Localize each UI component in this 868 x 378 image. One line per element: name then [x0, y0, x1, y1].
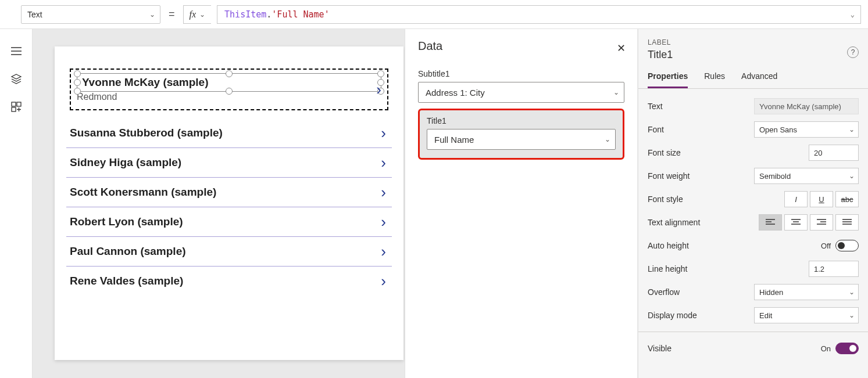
prop-overflow-select[interactable]: Hidden⌄ [754, 284, 859, 300]
tab-properties[interactable]: Properties [648, 71, 688, 88]
chevron-down-icon: ⌄ [199, 10, 205, 19]
tab-advanced[interactable]: Advanced [741, 71, 777, 88]
prop-displaymode-label: Display mode [648, 311, 697, 320]
close-icon[interactable]: ✕ [617, 42, 626, 55]
prop-fontsize-label: Font size [648, 148, 681, 157]
chevron-right-icon[interactable]: › [381, 272, 386, 290]
selected-title-control[interactable]: Yvonne McKay (sample) [77, 73, 381, 92]
autoheight-state: Off [821, 242, 831, 250]
chevron-down-icon: ⌄ [149, 10, 155, 19]
prop-text-value[interactable]: Yvonne McKay (sample) [754, 98, 859, 114]
gallery-item[interactable]: Susanna Stubberod (sample) › [66, 118, 392, 148]
chevron-right-icon[interactable]: › [381, 183, 386, 201]
chevron-right-icon[interactable]: › [381, 213, 386, 231]
data-panel: Data ✕ Subtitle1 Address 1: City ⌄ Title… [405, 29, 637, 378]
prop-autoheight-label: Auto height [648, 241, 689, 250]
field-select-title[interactable]: Full Name ⌄ [427, 129, 616, 150]
handle[interactable] [377, 70, 384, 77]
tab-rules[interactable]: Rules [704, 71, 725, 88]
control-kind: LABEL [648, 38, 859, 46]
field-value: Full Name [434, 135, 474, 145]
chevron-right-icon[interactable]: › [376, 81, 381, 99]
prop-visible-label: Visible [648, 344, 671, 353]
svg-rect-1 [17, 102, 21, 106]
item-title: Rene Valdes (sample) [70, 275, 388, 287]
property-pane: LABEL Title1 ? Properties Rules Advanced… [638, 29, 868, 378]
align-center-button[interactable] [784, 214, 808, 231]
hamburger-icon[interactable] [10, 45, 22, 57]
visible-state: On [821, 344, 831, 353]
prop-fontweight-select[interactable]: Semibold⌄ [754, 168, 859, 184]
chevron-right-icon[interactable]: › [381, 243, 386, 261]
gallery-item[interactable]: Robert Lyon (sample) › [66, 207, 392, 237]
item-title: Sidney Higa (sample) [70, 156, 388, 169]
property-selector-value: Text [27, 10, 42, 19]
control-name: Title1 [648, 49, 859, 61]
fx-button[interactable]: fx ⌄ [183, 5, 212, 24]
gallery-item-selected[interactable]: Yvonne McKay (sample) Redmond › [66, 60, 392, 118]
equals-sign: = [166, 8, 177, 20]
prop-text-label: Text [648, 102, 663, 111]
help-icon[interactable]: ? [847, 46, 859, 58]
insert-icon[interactable] [10, 101, 22, 113]
prop-fontsize-input[interactable]: 20 [809, 145, 859, 161]
chevron-down-icon: ⌄ [849, 311, 855, 319]
layers-icon[interactable] [10, 73, 22, 85]
formula-token-object: ThisItem [224, 9, 266, 20]
divider [638, 332, 868, 332]
chevron-down-icon: ⌄ [605, 135, 610, 143]
formula-token-property: 'Full Name' [272, 9, 329, 20]
prop-overflow-label: Overflow [648, 287, 680, 297]
handle[interactable] [226, 88, 233, 95]
field-select-subtitle[interactable]: Address 1: City ⌄ [418, 82, 624, 103]
svg-rect-0 [12, 102, 16, 106]
canvas[interactable]: Yvonne McKay (sample) Redmond › Susanna … [33, 29, 638, 378]
handle[interactable] [74, 70, 81, 77]
chevron-down-icon: ⌄ [849, 172, 855, 180]
prop-fontweight-label: Font weight [648, 171, 690, 181]
strikethrough-button[interactable]: abc [835, 191, 859, 207]
align-left-button[interactable] [759, 214, 782, 231]
prop-font-select[interactable]: Open Sans⌄ [754, 121, 859, 138]
field-title-highlight: Title1 Full Name ⌄ [418, 109, 624, 160]
handle[interactable] [226, 70, 233, 77]
align-justify-button[interactable] [835, 214, 859, 231]
underline-button[interactable]: U [810, 191, 833, 207]
svg-rect-2 [12, 107, 16, 111]
gallery-item[interactable]: Sidney Higa (sample) › [66, 148, 392, 178]
field-subtitle: Subtitle1 Address 1: City ⌄ [418, 69, 624, 103]
chevron-right-icon[interactable]: › [381, 124, 386, 142]
property-tabs: Properties Rules Advanced [638, 61, 868, 89]
prop-lineheight-label: Line height [648, 264, 688, 273]
property-selector[interactable]: Text ⌄ [21, 5, 160, 24]
item-title: Scott Konersmann (sample) [70, 186, 388, 199]
field-value: Address 1: City [426, 88, 485, 98]
visible-toggle[interactable] [835, 343, 859, 354]
handle[interactable] [74, 79, 81, 86]
italic-button[interactable]: I [784, 191, 808, 207]
left-rail [0, 29, 33, 378]
gallery-item[interactable]: Paul Cannon (sample) › [66, 237, 392, 267]
formula-bar: Text ⌄ = fx ⌄ ThisItem . 'Full Name' ⌄ [0, 0, 868, 29]
prop-fontstyle-label: Font style [648, 195, 683, 204]
chevron-right-icon[interactable]: › [381, 154, 386, 172]
prop-align-label: Text alignment [648, 218, 700, 227]
gallery-item[interactable]: Rene Valdes (sample) › [66, 267, 392, 296]
item-title: Yvonne McKay (sample) [82, 76, 209, 89]
formula-token-dot: . [266, 9, 272, 20]
field-label: Title1 [427, 116, 616, 125]
fx-icon: fx [190, 9, 197, 20]
autoheight-toggle[interactable] [835, 240, 859, 251]
chevron-down-icon: ⌄ [849, 288, 855, 296]
field-label: Subtitle1 [418, 69, 624, 78]
align-right-button[interactable] [810, 214, 833, 231]
item-title: Robert Lyon (sample) [70, 215, 388, 228]
formula-input[interactable]: ThisItem . 'Full Name' ⌄ [217, 5, 861, 24]
prop-lineheight-input[interactable]: 1.2 [809, 261, 859, 277]
screen-card: Yvonne McKay (sample) Redmond › Susanna … [55, 46, 403, 360]
gallery-item[interactable]: Scott Konersmann (sample) › [66, 178, 392, 207]
handle[interactable] [74, 88, 81, 95]
prop-displaymode-select[interactable]: Edit⌄ [754, 307, 859, 323]
item-title: Paul Cannon (sample) [70, 245, 388, 258]
data-panel-title: Data [418, 39, 624, 53]
